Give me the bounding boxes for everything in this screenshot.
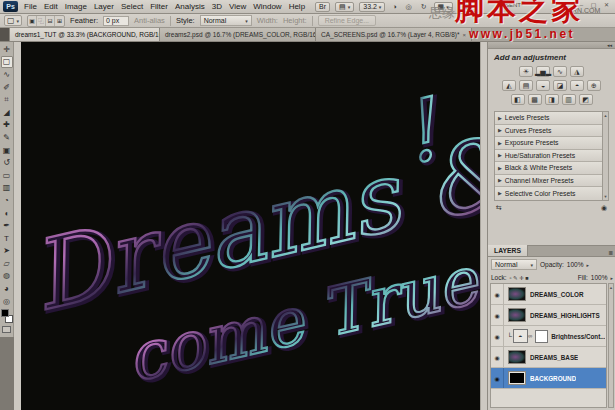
workspace-switcher[interactable]: ESSENT [497,2,521,8]
menu-item[interactable]: Analysis [175,2,205,11]
gradient-map-icon[interactable]: ▥ [562,94,576,105]
hand-tool[interactable]: ◕ [1,282,13,295]
eye-icon[interactable]: ◉ [491,326,504,346]
canvas-scrollbar[interactable] [480,42,487,410]
fill-value[interactable]: 100% [591,274,608,281]
zoom-icon[interactable]: ◎ [404,3,414,11]
clone-stamp-tool[interactable]: ▣ [1,144,13,157]
pen-tool[interactable]: ✒ [1,219,13,232]
invert-icon[interactable]: ◧ [511,94,525,105]
selective-color-icon[interactable]: ◩ [579,94,593,105]
rotate-view-icon[interactable]: ↻ [419,3,429,11]
healing-brush-tool[interactable]: ✚ [1,119,13,132]
layer-thumbnail[interactable] [508,350,526,364]
zoom-tool[interactable]: ◎ [1,295,13,308]
curves-icon[interactable]: ∿ [553,66,567,77]
scroll-up-icon[interactable]: ▲ [604,113,608,118]
rectangular-marquee-tool[interactable]: ▢ [1,56,13,69]
3d-rotate-tool[interactable]: ◍ [1,270,13,283]
layer-thumbnail[interactable] [508,308,526,322]
move-tool[interactable]: ✛ [1,43,13,56]
tab-dock-icon[interactable] [0,28,10,41]
layer-thumbnail[interactable] [508,371,526,385]
preset-group-row[interactable]: ▶ Levels Presets [495,112,602,125]
opacity-value[interactable]: 100% [567,261,584,268]
vibrance-icon[interactable]: ◭ [502,80,516,91]
crop-tool[interactable]: ⌗ [1,93,13,106]
menu-item[interactable]: Help [289,2,305,11]
menu-item[interactable]: Image [65,2,87,11]
eraser-tool[interactable]: ▭ [1,169,13,182]
presets-scrollbar[interactable]: ▲ ▼ [603,111,609,201]
selection-mode-button[interactable]: ⊟ [46,16,55,26]
brush-tool[interactable]: ✎ [1,131,13,144]
color-swatches[interactable] [1,309,13,323]
threshold-icon[interactable]: ◨ [545,94,559,105]
scroll-down-icon[interactable]: ▼ [604,194,608,199]
menu-item[interactable]: 3D [212,2,222,11]
exposure-icon[interactable]: ◮ [570,66,584,77]
feather-input[interactable]: 0 px [103,16,129,26]
eyedropper-tool[interactable]: ◢ [1,106,13,119]
dodge-tool[interactable]: ◖ [1,207,13,220]
adjustment-layer-icon[interactable]: ◓ [513,329,528,343]
panel-menu-icon[interactable]: ≣ [605,249,615,256]
menu-item[interactable]: Select [121,2,143,11]
foreground-color-swatch[interactable] [1,309,9,317]
eye-icon[interactable]: ◉ [491,347,504,367]
levels-icon[interactable]: ▂▅▂ [536,66,550,77]
tool-preset-picker[interactable]: ▢ ▾ [4,15,22,26]
layer-row-dreams-base[interactable]: ◉ DREAMS_BASE [491,347,606,368]
eye-icon[interactable]: ◉ [491,305,504,325]
layers-scrollbar[interactable]: ▲ [608,283,614,408]
preset-group-row[interactable]: ▶ Selective Color Presets [495,187,602,200]
layer-thumbnail[interactable] [508,287,526,301]
black-white-icon[interactable]: ◪ [553,80,567,91]
document-tab-dreams2[interactable]: dreams2.psd @ 16.7% (DREAMS_COLOR, RGB/1… [160,28,316,41]
close-icon[interactable]: × [462,32,466,38]
channel-mixer-icon[interactable]: ⊕ [587,80,601,91]
layer-row-dreams-color[interactable]: ◉ DREAMS_COLOR [491,284,606,305]
arrange-documents-button[interactable]: ▦ ▾ [434,2,453,12]
preset-group-row[interactable]: ▶ Hue/Saturation Presets [495,150,602,163]
eye-icon[interactable]: ◉ [491,368,504,388]
layer-mask-thumbnail[interactable] [535,330,548,343]
lasso-tool[interactable]: ∿ [1,68,13,81]
blur-tool[interactable]: ◔ [1,194,13,207]
zoom-level-dropdown[interactable]: 33.2 ▾ [359,2,385,12]
color-balance-icon[interactable]: ◒ [536,80,550,91]
layer-row-brightness-contrast[interactable]: ◉ └ ◓ ∞ Brightness/Cont... [491,326,606,347]
menu-item[interactable]: Filter [150,2,168,11]
document-tab-dreams1[interactable]: dreams1_TUT @ 33.3% (BACKGROUND, RGB/16)… [10,28,160,41]
selection-mode-button[interactable]: ⊞ [55,16,64,26]
photo-filter-icon[interactable]: ◓ [570,80,584,91]
layer-row-dreams-highlights[interactable]: ◉ DREAMS_HIGHLIGHTS [491,305,606,326]
selection-mode-button[interactable]: ⿻ [37,16,46,26]
view-extras-button[interactable]: ▤ ▾ [335,2,354,12]
preset-group-row[interactable]: ▶ Exposure Presets [495,137,602,150]
window-controls[interactable]: – ▢ ✕ [580,1,612,8]
scroll-up-icon[interactable]: ▲ [609,285,613,290]
quick-selection-tool[interactable]: ✐ [1,81,13,94]
eye-icon[interactable]: ◉ [491,284,504,304]
menu-item[interactable]: View [229,2,246,11]
menu-item[interactable]: Layer [94,2,114,11]
brightness-contrast-icon[interactable]: ☀ [519,66,533,77]
screen-mode-button[interactable]: ▣ ▾ [458,2,477,12]
quick-mask-button[interactable] [2,326,11,333]
lock-icons[interactable]: ▫ ✎ ✛ ■ [510,275,529,281]
shape-tool[interactable]: ▱ [1,257,13,270]
selection-mode-button[interactable]: ▣ [28,16,37,26]
posterize-icon[interactable]: ▩ [528,94,542,105]
preset-group-row[interactable]: ▶ Curves Presets [495,125,602,138]
launch-bridge-button[interactable]: Br [315,2,330,12]
fill-spinner-icon[interactable]: ▸ [610,275,613,281]
menu-item[interactable]: Window [253,2,281,11]
switch-panel-icon[interactable]: ⇆ [496,204,502,212]
menu-item[interactable]: Edit [44,2,58,11]
layer-row-background[interactable]: ◉ BACKGROUND [491,368,606,389]
history-brush-tool[interactable]: ↺ [1,156,13,169]
gradient-tool[interactable]: ▥ [1,182,13,195]
type-tool[interactable]: T [1,232,13,245]
menu-item[interactable]: File [24,2,37,11]
